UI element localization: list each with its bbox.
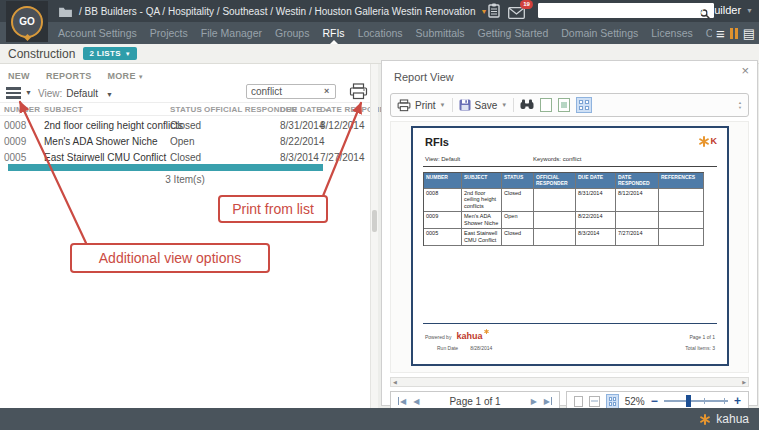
workspace-title: Construction bbox=[8, 47, 75, 61]
user-menu[interactable]: Billy Builder ▼ bbox=[684, 4, 753, 16]
cell-number: 0005 bbox=[4, 152, 44, 163]
view-selector[interactable]: View:Default▼ bbox=[38, 88, 113, 99]
list-vertical-scrollbar[interactable] bbox=[370, 64, 378, 408]
logo-text: GO bbox=[19, 16, 35, 27]
breadcrumb-caret-icon[interactable]: ▼ bbox=[480, 8, 487, 15]
save-caret-icon: ▼ bbox=[501, 102, 507, 108]
next-page-button[interactable]: ▶ bbox=[531, 397, 537, 406]
col-subject[interactable]: SUBJECT bbox=[44, 105, 170, 114]
zoom-out-button[interactable]: − bbox=[651, 395, 658, 407]
rfi-list-panel: NEW REPORTS MORE▼ ▼ View:Default▼ × NUMB… bbox=[0, 64, 370, 408]
toolbar-spinner[interactable]: ▲▼ bbox=[738, 101, 742, 110]
nav-projects[interactable]: Projects bbox=[150, 22, 188, 44]
printer-icon bbox=[397, 99, 411, 112]
print-list-icon[interactable] bbox=[349, 83, 368, 104]
zoom-in-button[interactable]: + bbox=[734, 395, 741, 407]
col-due-date[interactable]: DUE DATE▼ bbox=[280, 105, 320, 114]
view-options-icon[interactable] bbox=[6, 87, 21, 101]
prev-page-button[interactable]: ◀ bbox=[413, 397, 419, 406]
new-button[interactable]: NEW bbox=[8, 71, 30, 81]
print-button[interactable]: Print ▼ bbox=[397, 99, 446, 112]
close-icon[interactable]: × bbox=[741, 63, 749, 78]
nav-submittals[interactable]: Submittals bbox=[416, 22, 465, 44]
nav-layout-icons: ≡ ▤ bbox=[712, 22, 755, 44]
list-search-input[interactable] bbox=[246, 84, 336, 99]
more-label: MORE bbox=[108, 71, 136, 81]
nav-locations[interactable]: Locations bbox=[358, 22, 403, 44]
table-row[interactable]: 0009 Men's ADA Shower Niche Open 8/22/20… bbox=[0, 133, 370, 149]
thumbnail-mode-icon[interactable] bbox=[606, 394, 619, 409]
reports-button[interactable]: REPORTS bbox=[46, 71, 92, 81]
scroll-right-icon[interactable]: ▶ bbox=[742, 379, 746, 385]
app-window: GO / BB Builders - QA / Hospitality / So… bbox=[0, 0, 759, 430]
breadcrumb[interactable]: / BB Builders - QA / Hospitality / South… bbox=[79, 6, 475, 17]
last-page-button[interactable]: ▶ bbox=[544, 397, 552, 406]
zoom-slider[interactable] bbox=[664, 395, 728, 407]
go-logo-circle: GO bbox=[11, 6, 43, 38]
nav-account-settings[interactable]: Account Settings bbox=[58, 22, 137, 44]
lists-badge-caret-icon: ▼ bbox=[125, 51, 131, 57]
single-page-view-icon[interactable] bbox=[540, 98, 552, 112]
nav-getting-started[interactable]: Getting Started bbox=[478, 22, 549, 44]
first-page-button[interactable]: ◀ bbox=[398, 397, 406, 406]
col-date-responded[interactable]: DATE RESPONDED bbox=[320, 105, 374, 114]
lists-badge-label: 2 LISTS bbox=[89, 49, 120, 58]
report-toolbar: Print ▼ Save ▼ ▲▼ bbox=[390, 93, 749, 117]
table-row[interactable]: 0005 East Stairwell CMU Conflict Closed … bbox=[0, 149, 370, 165]
multi-page-view-icon[interactable] bbox=[576, 97, 592, 113]
layout-columns-icon[interactable] bbox=[730, 28, 738, 39]
view-options-caret-icon[interactable]: ▼ bbox=[25, 89, 32, 96]
more-button[interactable]: MORE▼ bbox=[108, 71, 144, 81]
app-logo[interactable]: GO bbox=[6, 1, 48, 42]
horizontal-scrollbar[interactable] bbox=[8, 164, 323, 171]
status-bar: kahua bbox=[0, 408, 759, 430]
save-button[interactable]: Save ▼ bbox=[459, 99, 508, 111]
col-number[interactable]: NUMBER bbox=[4, 105, 44, 114]
nav-licenses[interactable]: Licenses bbox=[651, 22, 692, 44]
rcell: 0005 bbox=[424, 229, 462, 246]
save-label: Save bbox=[475, 100, 498, 111]
keywords-value: conflict bbox=[563, 156, 582, 162]
report-horizontal-scrollbar[interactable]: ◀ ▶ bbox=[390, 377, 749, 387]
folder-icon bbox=[58, 6, 73, 17]
col-status[interactable]: STATUS bbox=[170, 105, 204, 114]
scroll-left-icon[interactable]: ◀ bbox=[393, 379, 397, 385]
rcell bbox=[616, 212, 659, 229]
fit-width-mode-icon[interactable] bbox=[589, 396, 600, 407]
first-page-icon: ◀ bbox=[400, 397, 406, 406]
zoom-slider-handle[interactable] bbox=[686, 395, 691, 407]
pager-page-info: Page 1 of 1 bbox=[449, 396, 500, 407]
report-view-panel: Report View × Print ▼ Save ▼ ▲▼ bbox=[381, 60, 758, 406]
cell-due-date: 8/31/2014 bbox=[280, 120, 320, 131]
fit-page-view-icon[interactable] bbox=[558, 98, 570, 112]
nav-rfis[interactable]: RFIs bbox=[322, 22, 344, 44]
col-official-responder[interactable]: OFFICIAL RESPONDER bbox=[204, 105, 280, 114]
find-icon[interactable] bbox=[520, 96, 534, 114]
nav-file-manager[interactable]: File Manager bbox=[201, 22, 262, 44]
report-view-label: View: bbox=[425, 156, 440, 162]
kahua-star-icon bbox=[699, 136, 710, 147]
clear-search-icon[interactable]: × bbox=[324, 86, 329, 96]
cell-subject: 2nd floor ceiling height conflicts bbox=[44, 120, 170, 131]
rcell: 7/27/2014 bbox=[616, 229, 659, 246]
cell-due-date: 8/3/2014 bbox=[280, 152, 320, 163]
run-date-value: 8/28/2014 bbox=[470, 345, 492, 351]
rcell: 8/12/2014 bbox=[616, 189, 659, 213]
report-meta: View: Default Keywords: conflict bbox=[425, 156, 715, 162]
layout-grid-icon[interactable]: ▤ bbox=[743, 27, 755, 40]
run-date: Run Date8/28/2014 bbox=[425, 345, 492, 351]
rcol-status: STATUS bbox=[502, 173, 534, 189]
lists-badge[interactable]: 2 LISTS ▼ bbox=[83, 47, 137, 60]
table-row[interactable]: 0008 2nd floor ceiling height conflicts … bbox=[0, 117, 370, 133]
single-page-mode-icon[interactable] bbox=[574, 396, 583, 407]
nav-domain-settings[interactable]: Domain Settings bbox=[561, 22, 638, 44]
clipboard-icon[interactable] bbox=[488, 3, 500, 22]
view-caret-icon: ▼ bbox=[106, 91, 113, 98]
prev-page-icon: ◀ bbox=[413, 397, 419, 406]
layout-rows-icon[interactable]: ≡ bbox=[716, 26, 725, 41]
callout-additional-view-options: Additional view options bbox=[70, 243, 270, 273]
powered-by-label: Powered by bbox=[425, 334, 451, 340]
nav-groups[interactable]: Groups bbox=[275, 22, 309, 44]
floppy-icon bbox=[459, 99, 471, 111]
messages-icon[interactable]: 19 bbox=[508, 5, 525, 23]
